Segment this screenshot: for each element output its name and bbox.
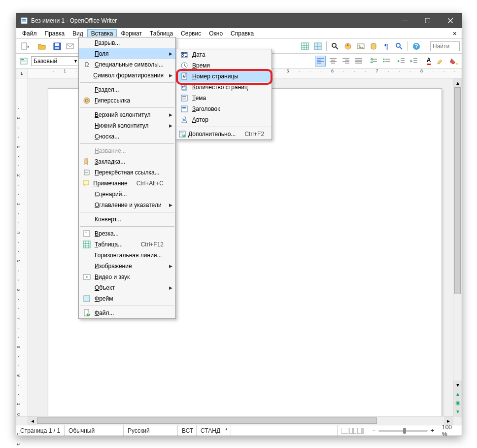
insert-item-27[interactable]: Фрейм: [79, 293, 175, 304]
new-doc-button[interactable]: [18, 41, 33, 52]
fields-item-3[interactable]: #Количество страниц: [176, 82, 272, 93]
align-center-button[interactable]: [328, 56, 339, 67]
align-left-button[interactable]: [315, 56, 326, 67]
menu-item-label: Объект: [93, 284, 164, 291]
nonprint-button[interactable]: ¶: [381, 41, 392, 52]
bullet-list-button[interactable]: [381, 56, 392, 67]
grid-button[interactable]: [312, 41, 323, 52]
open-button[interactable]: [35, 41, 50, 52]
align-justify-button[interactable]: [353, 56, 364, 67]
hscroll-thumb[interactable]: [37, 417, 377, 424]
datasources-button[interactable]: [368, 41, 379, 52]
insert-item-21[interactable]: Врезка...: [79, 228, 175, 239]
insert-item-6[interactable]: Гиперссылка: [79, 95, 175, 106]
fields-item-2[interactable]: #Номер страницы: [176, 71, 272, 82]
scroll-up-button[interactable]: ▴: [453, 78, 462, 87]
menu-tools[interactable]: Сервис: [177, 29, 205, 38]
horizontal-scrollbar[interactable]: ◂ ▸: [28, 416, 453, 425]
insert-item-22[interactable]: Таблица...Ctrl+F12: [79, 239, 175, 250]
menu-help[interactable]: Справка: [227, 29, 258, 38]
menu-shortcut: Ctrl+Alt+C: [128, 180, 164, 187]
insert-item-17[interactable]: Оглавление и указатели▶: [79, 200, 175, 210]
fields-item-5[interactable]: Заголовок: [176, 103, 272, 114]
menu-window[interactable]: Окно: [205, 29, 227, 38]
insert-item-0[interactable]: Разрыв...: [79, 37, 175, 48]
find-button[interactable]: [330, 41, 341, 52]
status-page[interactable]: Страница 1 / 1: [16, 425, 65, 436]
insert-item-24[interactable]: Изображение▶: [79, 261, 175, 272]
menu-table[interactable]: Таблица: [146, 29, 177, 38]
email-button[interactable]: [65, 41, 75, 52]
bgcolor-button[interactable]: [449, 56, 460, 67]
fields-item-6[interactable]: Автор: [176, 114, 272, 125]
menu-edit[interactable]: Правка: [41, 29, 69, 38]
document-close-button[interactable]: ×: [450, 30, 460, 37]
vertical-scrollbar[interactable]: ▴ ▾ ▴ ◉ ▾: [453, 78, 462, 416]
vertical-ruler[interactable]: ·1··1··2··3··4··5··6··7··8··9··10·11·12·…: [16, 78, 28, 416]
nav-button[interactable]: ◉: [453, 398, 462, 407]
status-language[interactable]: Русский: [124, 425, 178, 436]
fields-item-1[interactable]: Время: [176, 60, 272, 71]
insert-item-12: Название...: [79, 145, 175, 156]
insert-item-16[interactable]: Сценарий...: [79, 189, 175, 200]
insert-item-8[interactable]: Верхний колонтитул▶: [79, 109, 175, 120]
insert-item-25[interactable]: Видео и звук: [79, 272, 175, 282]
help-button[interactable]: ?: [411, 41, 422, 52]
styles-button[interactable]: [18, 56, 29, 67]
vscroll-track[interactable]: [453, 87, 462, 380]
menu-item-label: Сноска...: [93, 133, 164, 140]
table-button[interactable]: [300, 41, 310, 52]
vscroll-thumb[interactable]: [454, 87, 461, 294]
status-style[interactable]: Обычный: [65, 425, 124, 436]
font-color-button[interactable]: A: [423, 56, 434, 67]
insert-item-3[interactable]: Символ форматирования▶: [79, 70, 175, 81]
align-right-button[interactable]: [341, 56, 351, 67]
insert-item-5[interactable]: Раздел...: [79, 84, 175, 95]
insert-item-19[interactable]: Конверт...: [79, 214, 175, 225]
menu-view[interactable]: Вид: [68, 29, 87, 38]
menu-file[interactable]: Файл: [18, 29, 41, 38]
status-selmode[interactable]: СТАНД: [197, 425, 221, 436]
status-viewlayout[interactable]: [338, 425, 368, 436]
find-input[interactable]: [430, 41, 460, 51]
maximize-button[interactable]: [416, 13, 439, 28]
fields-item-4[interactable]: Тема: [176, 93, 272, 103]
insert-item-9[interactable]: Нижний колонтитул▶: [79, 120, 175, 131]
para-style-combo[interactable]: Базовый▼: [31, 56, 80, 66]
insert-item-29[interactable]: +Файл...: [79, 308, 175, 318]
insert-item-15[interactable]: ПримечаниеCtrl+Alt+C: [79, 178, 175, 189]
hscroll-track[interactable]: [37, 416, 444, 425]
time-icon: [178, 62, 190, 69]
insert-item-23[interactable]: Горизонтальная линия...: [79, 250, 175, 261]
submenu-arrow-icon: ▶: [169, 285, 172, 290]
menu-insert[interactable]: Вставка: [87, 29, 117, 38]
scroll-left-button[interactable]: ◂: [28, 416, 37, 425]
next-page-button[interactable]: ▾: [453, 407, 462, 416]
navigator-button[interactable]: [342, 41, 353, 52]
svg-line-29: [400, 47, 402, 49]
scroll-down-button[interactable]: ▾: [453, 380, 462, 389]
increase-indent-button[interactable]: [409, 56, 419, 67]
status-insert[interactable]: ВСТ: [178, 425, 197, 436]
status-modified[interactable]: *: [221, 425, 231, 436]
status-zoom-slider[interactable]: −+: [368, 425, 438, 436]
zoom-button[interactable]: [394, 41, 405, 52]
insert-item-13[interactable]: Закладка...: [79, 156, 175, 167]
fields-item-8[interactable]: +Дополнительно...Ctrl+F2: [176, 129, 272, 139]
close-button[interactable]: [439, 13, 462, 28]
minimize-button[interactable]: [394, 13, 416, 28]
insert-item-14[interactable]: Перекрёстная ссылка...: [79, 167, 175, 178]
menu-format[interactable]: Формат: [117, 29, 146, 38]
highlight-button[interactable]: [436, 56, 447, 67]
decrease-indent-button[interactable]: [396, 56, 407, 67]
numbered-list-button[interactable]: 12: [368, 56, 379, 67]
insert-item-26[interactable]: Объект▶: [79, 282, 175, 293]
save-button[interactable]: [52, 41, 63, 52]
fields-item-0[interactable]: 31Дата: [176, 49, 272, 60]
insert-item-10[interactable]: Сноска...: [79, 131, 175, 142]
insert-item-2[interactable]: ΩСпециальные символы...: [79, 59, 175, 70]
gallery-button[interactable]: [355, 41, 366, 52]
prev-page-button[interactable]: ▴: [453, 389, 462, 398]
insert-item-1[interactable]: Поля▶: [79, 48, 175, 59]
status-zoom[interactable]: 100 %: [438, 425, 462, 436]
